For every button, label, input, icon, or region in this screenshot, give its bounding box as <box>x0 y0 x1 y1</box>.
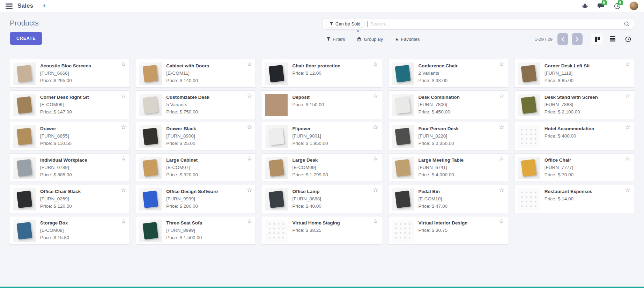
breadcrumb[interactable]: Products <box>10 19 42 27</box>
product-name: Flipover <box>292 126 328 131</box>
product-card[interactable]: Office Lamp [FURN_8888] Price: $ 40.00 ☆ <box>262 185 382 213</box>
product-card-body: Desk Combination [FURN_7800] Price: $ 45… <box>414 94 469 116</box>
product-card[interactable]: Drawer Black [FURN_8900] Price: $ 25.00 … <box>136 122 256 150</box>
activity-view-button[interactable] <box>622 33 634 45</box>
favorite-star-icon[interactable]: ☆ <box>499 61 504 67</box>
product-card[interactable]: Chair floor protection Price: $ 12.00 ☆ <box>262 59 382 88</box>
product-card[interactable]: Storage Box [E-COM08] Price: $ 15.80 ☆ <box>10 216 130 245</box>
product-card[interactable]: Three-Seat Sofa [FURN_8999] Price: $ 1,5… <box>136 216 256 245</box>
favorite-star-icon[interactable]: ☆ <box>499 93 504 99</box>
favorite-star-icon[interactable]: ☆ <box>247 61 252 67</box>
product-code: [FURN_1118] <box>545 71 599 76</box>
product-name: Three-Seat Sofa <box>166 220 211 226</box>
filters-button[interactable]: Filters <box>326 37 345 42</box>
favorite-star-icon[interactable]: ☆ <box>247 219 252 224</box>
favorite-star-icon[interactable]: ☆ <box>625 61 630 67</box>
favorite-star-icon[interactable]: ☆ <box>121 124 126 130</box>
favorite-star-icon[interactable]: ☆ <box>247 93 252 99</box>
product-card[interactable]: Hotel Accommodation Price: $ 400.00 ☆ <box>514 122 634 150</box>
favorite-star-icon[interactable]: ☆ <box>625 93 630 99</box>
facet-remove-icon[interactable]: × <box>357 29 359 34</box>
product-card[interactable]: Virtual Home Staging Price: $ 38.25 ☆ <box>262 216 382 245</box>
favorite-star-icon[interactable]: ☆ <box>499 219 504 224</box>
product-card[interactable]: Office Chair Black [FURN_0269] Price: $ … <box>10 185 130 213</box>
product-card[interactable]: Flipover [FURN_9001] Price: $ 1,950.00 ☆ <box>262 122 382 150</box>
product-image <box>518 157 540 179</box>
list-icon <box>610 36 615 43</box>
search-icon[interactable] <box>624 21 630 27</box>
favorite-star-icon[interactable]: ☆ <box>247 187 252 193</box>
product-card[interactable]: Office Chair [FURN_7777] Price: $ 70.00 … <box>514 153 634 182</box>
product-card[interactable]: Corner Desk Right Sit [E-COM06] Price: $… <box>10 90 130 119</box>
group-by-button[interactable]: Group By <box>357 37 383 42</box>
app-title[interactable]: Sales <box>17 2 33 9</box>
apps-menu-icon[interactable] <box>6 3 13 9</box>
list-view-button[interactable] <box>606 33 619 45</box>
product-image-shape <box>16 222 32 240</box>
search-input[interactable] <box>368 21 624 27</box>
pager-next-button[interactable] <box>572 33 583 45</box>
product-image <box>139 62 162 85</box>
product-card[interactable]: Pedal Bin [E-COM10] Price: $ 47.00 ☆ <box>388 185 508 213</box>
favorite-star-icon[interactable]: ☆ <box>373 93 378 99</box>
user-avatar[interactable] <box>629 1 638 10</box>
favorite-star-icon[interactable]: ☆ <box>121 219 126 224</box>
product-code: [E-COM09] <box>292 165 328 170</box>
favorite-star-icon[interactable]: ☆ <box>625 187 630 193</box>
favorite-star-icon[interactable]: ☆ <box>247 124 252 130</box>
favorite-star-icon[interactable]: ☆ <box>499 187 504 193</box>
product-card[interactable]: Drawer [FURN_8855] Price: $ 110.50 ☆ <box>10 122 130 150</box>
product-card[interactable]: Large Meeting Table [FURN_6741] Price: $… <box>388 153 508 182</box>
product-card[interactable]: Large Cabinet [E-COM07] Price: $ 320.00 … <box>136 153 256 182</box>
product-card[interactable]: Virtual Interior Design Price: $ 30.75 ☆ <box>388 216 508 245</box>
product-card[interactable]: Desk Stand with Screen [FURN_7888] Price… <box>514 90 634 119</box>
bug-icon <box>582 3 588 9</box>
favorite-star-icon[interactable]: ☆ <box>121 156 126 162</box>
favorite-star-icon[interactable]: ☆ <box>373 124 378 130</box>
product-card[interactable]: Deposit Price: $ 150.00 ☆ <box>262 90 382 119</box>
product-card[interactable]: Customizable Desk 5 Variants Price: $ 75… <box>136 90 256 119</box>
product-card[interactable]: Large Desk [E-COM09] Price: $ 1,799.00 ☆ <box>262 153 382 182</box>
product-name: Storage Box <box>40 220 77 226</box>
favorite-star-icon[interactable]: ☆ <box>121 61 126 67</box>
product-card[interactable]: Four Person Desk [FURN_8220] Price: $ 2,… <box>388 122 508 150</box>
activities-menu[interactable]: 6 <box>613 2 621 10</box>
favorite-star-icon[interactable]: ☆ <box>625 156 630 162</box>
favorite-star-icon[interactable]: ☆ <box>373 61 378 67</box>
product-card-body: Pedal Bin [E-COM10] Price: $ 47.00 <box>414 188 449 210</box>
product-image-shape <box>16 65 32 83</box>
product-card[interactable]: Conference Chair 2 Variants Price: $ 33.… <box>388 59 508 88</box>
product-card[interactable]: Cabinet with Doors [E-COM11] Price: $ 14… <box>136 59 256 88</box>
filters-label: Filters <box>333 37 345 42</box>
product-image-shape <box>16 159 32 177</box>
search-facet-can-be-sold[interactable]: Can be Sold <box>326 20 365 28</box>
search-bar[interactable]: Can be Sold × <box>322 18 634 30</box>
kanban-view-button[interactable] <box>591 33 604 45</box>
product-card[interactable]: Acoustic Bloc Screens [FURN_6666] Price:… <box>10 59 130 88</box>
favorite-star-icon[interactable]: ☆ <box>373 187 378 193</box>
product-card[interactable]: Desk Combination [FURN_7800] Price: $ 45… <box>388 90 508 119</box>
favorite-star-icon[interactable]: ☆ <box>373 156 378 162</box>
favorite-star-icon[interactable]: ☆ <box>373 219 378 224</box>
favorite-star-icon[interactable]: ☆ <box>247 156 252 162</box>
product-card[interactable]: Individual Workplace [FURN_0789] Price: … <box>10 153 130 182</box>
favorite-star-icon[interactable]: ☆ <box>499 156 504 162</box>
favorite-star-icon[interactable]: ☆ <box>121 93 126 99</box>
favorites-button[interactable]: ★ Favorites <box>395 37 420 42</box>
favorite-star-icon[interactable]: ☆ <box>499 124 504 130</box>
product-card[interactable]: Corner Desk Left Sit [FURN_1118] Price: … <box>514 59 634 88</box>
product-card-body: Conference Chair 2 Variants Price: $ 33.… <box>414 62 467 84</box>
product-price: Price: $ 15.80 <box>40 235 77 240</box>
product-card-body: Virtual Home Staging Price: $ 38.25 <box>288 220 349 241</box>
product-card[interactable]: Office Design Software [FURN_9999] Price… <box>136 185 256 213</box>
debug-bug-icon[interactable] <box>581 2 589 10</box>
favorite-star-icon[interactable]: ☆ <box>625 124 630 130</box>
plus-tab-icon[interactable]: + <box>42 2 46 9</box>
chevron-left-icon <box>561 37 564 42</box>
create-button[interactable]: CREATE <box>10 32 42 45</box>
favorite-star-icon[interactable]: ☆ <box>121 187 126 193</box>
messages-menu[interactable]: 5 <box>597 2 605 10</box>
product-code: [FURN_9999] <box>166 196 227 201</box>
product-card[interactable]: Restaurant Expenses Price: $ 14.00 ☆ <box>514 185 634 213</box>
pager-previous-button[interactable] <box>557 33 568 45</box>
